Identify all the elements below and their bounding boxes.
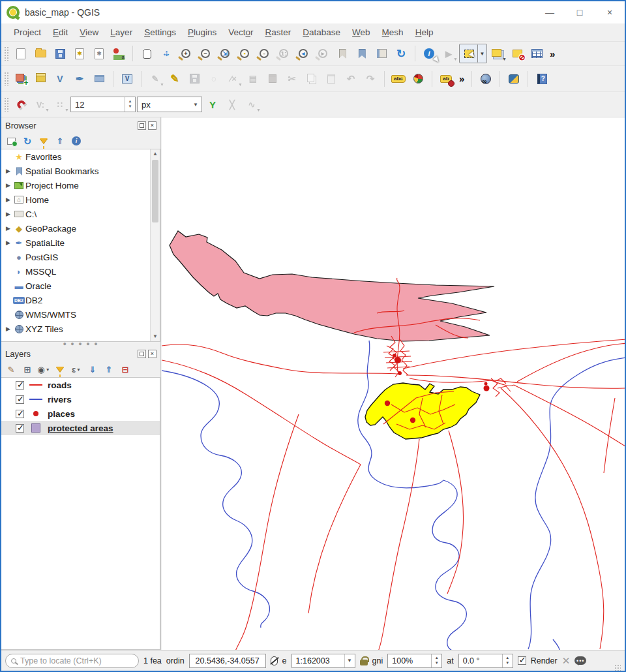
layer-labeling-button[interactable]: abc: [389, 70, 408, 88]
layer-visibility-checkbox[interactable]: [16, 395, 24, 404]
messages-icon[interactable]: •••: [574, 656, 586, 665]
expand-arrow-icon[interactable]: ▶: [4, 326, 12, 332]
enable-snapping-button[interactable]: [12, 95, 30, 114]
map-canvas[interactable]: [162, 117, 625, 650]
magnifier-spinbox[interactable]: 100% ▲▼: [387, 654, 442, 668]
layers-float-button[interactable]: [138, 350, 146, 358]
layer-item-places[interactable]: places: [1, 406, 160, 421]
expand-arrow-icon[interactable]: ▶: [4, 182, 12, 189]
render-checkbox[interactable]: [518, 656, 526, 665]
toolbar-handle[interactable]: [4, 72, 9, 86]
deselect-features-button[interactable]: [508, 44, 526, 63]
close-button[interactable]: ×: [595, 1, 625, 23]
zoom-last-button[interactable]: ◂: [294, 44, 312, 63]
expand-all-button[interactable]: ⇓: [85, 363, 100, 376]
browser-item-db2[interactable]: DB2DB2: [1, 293, 160, 307]
lock-icon[interactable]: [360, 660, 368, 665]
snapping-tolerance-spinbox[interactable]: 12▲▼: [70, 97, 136, 112]
style-manager-button[interactable]: [110, 44, 128, 63]
layer-item-roads[interactable]: roads: [1, 378, 160, 392]
toggle-editing-button[interactable]: ✎: [166, 70, 184, 88]
pan-to-selection-button[interactable]: [157, 44, 175, 63]
browser-item-geopackage[interactable]: ▶◆GeoPackage: [1, 221, 160, 236]
menu-settings[interactable]: Settings: [138, 25, 182, 40]
filter-browser-button[interactable]: [37, 134, 51, 147]
scroll-down-icon[interactable]: ▼: [151, 332, 160, 341]
scroll-up-icon[interactable]: ▲: [151, 149, 160, 159]
expand-arrow-icon[interactable]: ▶: [4, 211, 12, 217]
menu-mesh[interactable]: Mesh: [376, 25, 410, 40]
locator-search-input[interactable]: Type to locate (Ctrl+K): [5, 654, 139, 668]
show-bookmark-manager-button[interactable]: [372, 44, 391, 63]
filter-legend-button[interactable]: [53, 363, 67, 376]
zoom-in-button[interactable]: +: [177, 44, 195, 63]
save-project-button[interactable]: [51, 44, 69, 63]
show-spatial-bookmarks-button[interactable]: [353, 44, 371, 63]
browser-item-spatial-bookmarks[interactable]: ▶Spatial Bookmarks: [1, 164, 160, 178]
new-print-layout-button[interactable]: ✱: [70, 44, 89, 63]
browser-item-mssql[interactable]: ◗MSSQL: [1, 264, 160, 279]
collapse-all-button[interactable]: ⇑: [53, 134, 67, 147]
pan-map-button[interactable]: [138, 44, 156, 63]
toolbar-handle[interactable]: [4, 46, 9, 61]
expand-arrow-icon[interactable]: ▶: [4, 196, 12, 203]
toolbar-overflow-button[interactable]: »: [456, 73, 467, 84]
layer-visibility-checkbox[interactable]: [16, 381, 24, 389]
zoom-full-button[interactable]: ⇲: [216, 44, 234, 63]
move-label-button[interactable]: ab: [437, 70, 455, 88]
manage-map-themes-button[interactable]: ◉▼: [37, 363, 51, 376]
identify-features-button[interactable]: i: [420, 44, 438, 63]
layer-visibility-checkbox[interactable]: [16, 424, 24, 433]
menu-plugins[interactable]: Plugins: [182, 25, 222, 40]
menu-help[interactable]: Help: [410, 25, 440, 40]
menu-edit[interactable]: Edit: [47, 25, 74, 40]
mouse-position-icon[interactable]: [271, 656, 278, 665]
new-temporary-scratch-layer-button[interactable]: [90, 70, 108, 88]
menu-project[interactable]: Project: [8, 25, 47, 40]
browser-item-project-home[interactable]: ▶Project Home: [1, 178, 160, 192]
filter-by-expression-button[interactable]: ε▼: [69, 363, 83, 376]
open-data-source-manager-button[interactable]: [12, 70, 30, 88]
show-layout-manager-button[interactable]: ✱: [90, 44, 108, 63]
new-spatialite-layer-button[interactable]: ✒: [70, 70, 89, 88]
expand-arrow-icon[interactable]: ▶: [4, 225, 12, 232]
new-virtual-layer-button[interactable]: V: [118, 70, 136, 88]
browser-item-xyz-tiles[interactable]: ▶XYZ Tiles: [1, 322, 160, 336]
layer-item-protected-areas[interactable]: protected areas: [1, 421, 160, 435]
browser-item-favorites[interactable]: ★Favorites: [1, 149, 160, 164]
browser-item-postgis[interactable]: ●PostGIS: [1, 250, 160, 264]
help-button[interactable]: ?: [533, 70, 551, 88]
browser-scrollbar[interactable]: ▲ ▼: [150, 149, 160, 341]
browser-item-home[interactable]: ▶⌂Home: [1, 192, 160, 207]
scale-combo[interactable]: 1:162003 ▼: [291, 654, 355, 668]
remove-layer-button[interactable]: ⊟: [118, 363, 132, 376]
coordinate-input[interactable]: 20.5436,-34.0557: [189, 654, 266, 668]
zoom-to-layer-button[interactable]: ▫: [255, 44, 273, 63]
rotation-spinbox[interactable]: 0.0 ° ▲▼: [458, 654, 513, 668]
open-attribute-table-button[interactable]: [528, 44, 546, 63]
expand-arrow-icon[interactable]: ▶: [4, 168, 12, 174]
browser-item-wms-wmts[interactable]: WMS/WMTS: [1, 307, 160, 322]
scroll-thumb[interactable]: [152, 160, 158, 222]
browser-float-button[interactable]: [138, 121, 146, 130]
expand-arrow-icon[interactable]: ▶: [4, 239, 12, 246]
layer-visibility-checkbox[interactable]: [16, 410, 24, 418]
refresh-map-button[interactable]: ↻: [392, 44, 410, 63]
add-selected-layer-button[interactable]: [4, 134, 18, 147]
topological-editing-button[interactable]: Y: [203, 95, 222, 114]
add-group-button[interactable]: ⊞: [20, 363, 35, 376]
layers-close-button[interactable]: ×: [148, 350, 156, 358]
chevron-down-icon[interactable]: ▼: [344, 654, 355, 667]
new-geopackage-layer-button[interactable]: [31, 70, 50, 88]
open-layer-styling-button[interactable]: ✎: [4, 363, 18, 376]
menu-view[interactable]: View: [74, 25, 104, 40]
browser-item-oracle[interactable]: ▬Oracle: [1, 279, 160, 293]
stop-render-icon[interactable]: ✕: [562, 655, 571, 667]
new-spatial-bookmark-button[interactable]: [333, 44, 351, 63]
select-features-button[interactable]: [460, 44, 478, 63]
menu-vector[interactable]: Vector: [222, 25, 259, 40]
open-project-button[interactable]: [31, 44, 50, 63]
new-shapefile-layer-button[interactable]: V: [51, 70, 69, 88]
toolbar-overflow-button[interactable]: »: [547, 48, 558, 59]
browser-item-c[interactable]: ▶C:\: [1, 207, 160, 221]
